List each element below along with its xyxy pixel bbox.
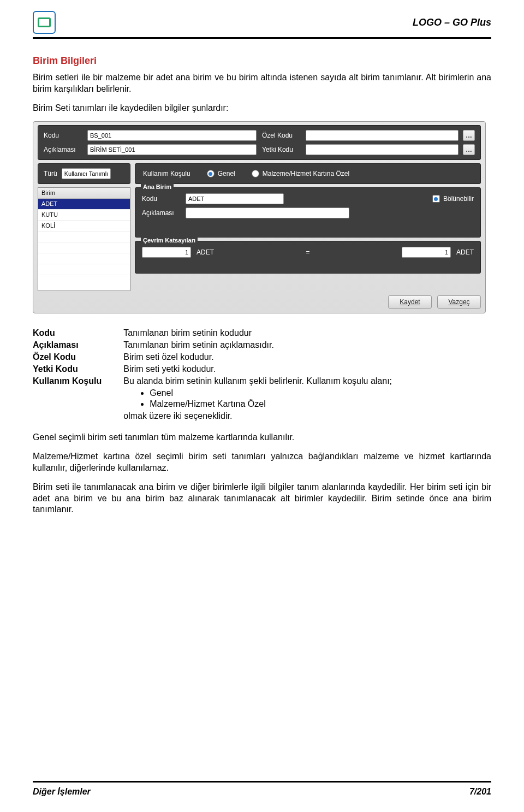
lead-paragraph: Birim Seti tanımları ile kaydedilen bilg…	[33, 103, 491, 114]
checkbox-checked-icon	[432, 195, 440, 203]
ana-kodu-row: Kodu Bölünebilir	[142, 193, 474, 204]
page-footer: Diğer İşlemler 7/201	[33, 781, 491, 797]
term-kodu: Kodu	[33, 327, 123, 339]
ozel-kodu-row: Özel Kodu …	[262, 130, 475, 141]
kosul-bullet-1: Genel	[150, 388, 392, 398]
kosul-label: Kullanım Koşulu	[143, 170, 190, 177]
header-rule	[33, 37, 491, 39]
product-name: LOGO – GO Plus	[413, 17, 491, 28]
top-right-col: Özel Kodu … Yetki Kodu …	[262, 130, 475, 155]
cancel-button[interactable]: Vazgeç	[437, 295, 481, 309]
ana-aciklama-input[interactable]	[186, 208, 349, 218]
page-header: LOGO – GO Plus	[33, 11, 491, 34]
footer-rule	[33, 781, 491, 783]
yetki-kodu-label: Yetki Kodu	[262, 146, 301, 153]
coef-left-unit: ADET	[196, 248, 214, 256]
turu-input[interactable]	[62, 168, 111, 179]
kodu-input[interactable]	[87, 130, 257, 141]
list-item[interactable]	[38, 242, 130, 253]
kodu-row: Kodu	[44, 130, 257, 141]
table-row: Kullanım Koşulu Bu alanda birim setinin …	[33, 375, 392, 422]
def-kosul-trail: olmak üzere iki seçeneklidir.	[123, 411, 232, 420]
table-row: Özel Kodu Birim seti özel kodudur.	[33, 351, 392, 363]
list-item[interactable]	[38, 232, 130, 242]
ana-aciklama-label: Açıklaması	[142, 209, 181, 217]
def-yetki-kodu: Birim seti yetki kodudur.	[123, 363, 392, 375]
kosul-bullet-2: Malzeme/Hizmet Kartına Özel	[150, 399, 392, 409]
kosul-radio-genel[interactable]: Genel	[207, 170, 235, 177]
term-ozel-kodu: Özel Kodu	[33, 351, 123, 363]
footer-page-number: 7/201	[469, 787, 491, 797]
kosul-panel: Kullanım Koşulu Genel Malzeme/Hizmet Kar…	[135, 163, 481, 184]
coef-eq: =	[219, 248, 396, 256]
term-kosul: Kullanım Koşulu	[33, 375, 123, 422]
footer-left: Diğer İşlemler	[33, 787, 91, 797]
bolunebilir-checkbox[interactable]: Bölünebilir	[432, 195, 474, 203]
bottom-row: Birim ADET KUTU KOLİ Ana Birim Kodu Bölü…	[38, 187, 481, 291]
bolunebilir-label: Bölünebilir	[443, 195, 474, 203]
logo-inner-shape	[38, 17, 51, 27]
save-button[interactable]: Kaydet	[388, 295, 432, 309]
radio-dot-icon	[252, 170, 259, 177]
footer-row: Diğer İşlemler 7/201	[33, 787, 491, 797]
mid-row: Türü Kullanım Koşulu Genel Malzeme/Hizme…	[38, 163, 481, 184]
aciklama-label: Açıklaması	[44, 146, 83, 153]
term-aciklama: Açıklaması	[33, 339, 123, 351]
table-row: Açıklaması Tanımlanan birim setinin açık…	[33, 339, 392, 351]
turu-panel: Türü	[38, 163, 130, 184]
ana-birim-fieldset: Ana Birim Kodu Bölünebilir Açıklaması	[135, 187, 481, 238]
aciklama-row: Açıklaması	[44, 144, 257, 155]
intro-paragraph: Birim setleri ile bir malzeme bir adet a…	[33, 72, 491, 95]
paragraph-ana-birim: Birim seti ile tanımlanacak ana birim ve…	[33, 482, 491, 515]
def-aciklama: Tanımlanan birim setinin açıklamasıdır.	[123, 339, 392, 351]
list-item[interactable]: ADET	[38, 199, 130, 210]
cevrim-row: ADET = ADET	[142, 247, 474, 258]
yetki-kodu-input[interactable]	[306, 144, 458, 155]
birim-grid-header: Birim	[38, 188, 130, 199]
def-ozel-kodu: Birim seti özel kodudur.	[123, 351, 392, 363]
cevrim-legend: Çevrim Katsayıları	[141, 237, 198, 244]
kodu-label: Kodu	[44, 132, 83, 139]
turu-label: Türü	[44, 170, 57, 177]
right-pane: Ana Birim Kodu Bölünebilir Açıklaması Çe…	[135, 187, 481, 291]
kosul-radio-ozel[interactable]: Malzeme/Hizmet Kartına Özel	[252, 170, 349, 177]
kosul-opt2-label: Malzeme/Hizmet Kartına Özel	[263, 170, 349, 177]
section-title: Birim Bilgileri	[33, 55, 491, 67]
cancel-button-label: Vazgeç	[448, 298, 469, 306]
ana-birim-legend: Ana Birim	[141, 183, 174, 190]
table-row: Kodu Tanımlanan birim setinin kodudur	[33, 327, 392, 339]
aciklama-input[interactable]	[87, 144, 257, 155]
ozel-kodu-label: Özel Kodu	[262, 132, 301, 139]
logo-icon	[33, 11, 56, 34]
def-kosul-lead: Bu alanda birim setinin kullanım şekli b…	[123, 376, 392, 386]
yetki-kodu-row: Yetki Kodu …	[262, 144, 475, 155]
table-row: Yetki Kodu Birim seti yetki kodudur.	[33, 363, 392, 375]
top-left-col: Kodu Açıklaması	[44, 130, 257, 155]
kosul-bullet-list: Genel Malzeme/Hizmet Kartına Özel	[150, 388, 392, 409]
save-button-label: Kaydet	[400, 298, 420, 306]
list-item[interactable]	[38, 253, 130, 264]
definitions-table: Kodu Tanımlanan birim setinin kodudur Aç…	[33, 327, 392, 422]
kosul-opt1-label: Genel	[218, 170, 235, 177]
button-bar: Kaydet Vazgeç	[38, 295, 481, 309]
radio-dot-selected-icon	[207, 170, 215, 177]
coef-right-unit: ADET	[456, 248, 474, 256]
yetki-kodu-lookup-button[interactable]: …	[463, 144, 475, 155]
paragraph-ozel: Malzeme/Hizmet kartına özel seçimli biri…	[33, 451, 491, 474]
def-kodu: Tanımlanan birim setinin kodudur	[123, 327, 392, 339]
def-kosul: Bu alanda birim setinin kullanım şekli b…	[123, 375, 392, 422]
coef-left-input[interactable]	[142, 247, 191, 258]
cevrim-fieldset: Çevrim Katsayıları ADET = ADET	[135, 241, 481, 274]
birim-grid[interactable]: Birim ADET KUTU KOLİ	[38, 187, 130, 291]
ana-kodu-label: Kodu	[142, 195, 181, 203]
term-yetki-kodu: Yetki Kodu	[33, 363, 123, 375]
list-item[interactable]: KUTU	[38, 210, 130, 221]
birim-seti-window: Kodu Açıklaması Özel Kodu … Yetki Kodu …	[33, 121, 486, 313]
list-item[interactable]: KOLİ	[38, 221, 130, 232]
ana-kodu-input[interactable]	[186, 193, 284, 204]
ozel-kodu-lookup-button[interactable]: …	[463, 130, 475, 141]
paragraph-genel: Genel seçimli birim seti tanımları tüm m…	[33, 432, 491, 443]
list-item[interactable]	[38, 264, 130, 275]
coef-right-input[interactable]	[402, 247, 451, 258]
ozel-kodu-input[interactable]	[306, 130, 458, 141]
